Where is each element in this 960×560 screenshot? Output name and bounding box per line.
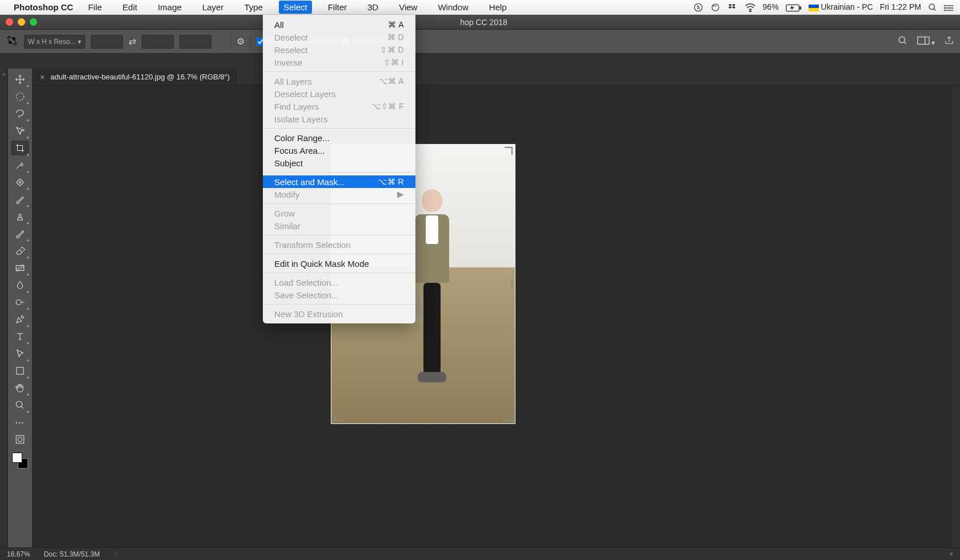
share-icon[interactable] — [944, 35, 954, 47]
svg-point-13 — [16, 300, 21, 305]
menu-deselect-layers[interactable]: Deselect Layers — [263, 87, 415, 100]
dropbox-icon[interactable] — [727, 2, 738, 12]
move-tool[interactable] — [11, 72, 29, 87]
edit-toolbar[interactable]: ⋯ — [11, 415, 29, 430]
crop-handle-tr[interactable] — [502, 147, 513, 157]
menu-all[interactable]: All⌘ A — [263, 18, 415, 31]
quick-mask-toggle[interactable] — [11, 432, 29, 447]
eraser-tool[interactable] — [11, 243, 29, 258]
crop-tool-icon[interactable] — [6, 34, 18, 49]
gradient-tool[interactable] — [11, 261, 29, 275]
blur-tool[interactable] — [11, 278, 29, 293]
brush-tool[interactable] — [11, 192, 29, 207]
menu-grow[interactable]: Grow — [263, 207, 415, 219]
panel-close-icon[interactable]: × — [949, 550, 953, 558]
menu-reselect[interactable]: Reselect⇧⌘ D — [263, 43, 415, 56]
menu-window[interactable]: Window — [433, 1, 473, 14]
menu-save-selection[interactable]: Save Selection... — [263, 289, 415, 301]
photoshop-window: hop CC 2018 W x H x Reso... ⇄ ⤫ ⚙ Delete… — [0, 15, 960, 560]
menu-deselect[interactable]: Deselect⌘ D — [263, 31, 415, 43]
window-close-button[interactable] — [6, 18, 13, 26]
separator — [230, 34, 231, 49]
options-bar: W x H x Reso... ⇄ ⤫ ⚙ Delete Cropped Pix… — [0, 30, 960, 54]
menu-filter[interactable]: Filter — [323, 1, 351, 14]
pen-tool[interactable] — [11, 312, 29, 327]
crop-width-input[interactable] — [91, 35, 123, 49]
history-brush-tool[interactable] — [11, 226, 29, 241]
marquee-tool[interactable] — [11, 89, 29, 104]
crop-handle-br[interactable] — [502, 411, 513, 421]
window-zoom-button[interactable] — [30, 18, 37, 26]
dodge-tool[interactable] — [11, 295, 29, 310]
menu-edit[interactable]: Edit — [118, 1, 142, 14]
battery-icon[interactable] — [786, 2, 802, 11]
menu-load-selection[interactable]: Load Selection... — [263, 276, 415, 289]
menu-similar[interactable]: Similar — [263, 219, 415, 232]
shape-tool[interactable] — [11, 363, 29, 378]
menu-find-layers[interactable]: Find Layers⌥⇧⌘ F — [263, 100, 415, 113]
menu-isolate-layers[interactable]: Isolate Layers — [263, 113, 415, 125]
status-menu-arrow-icon[interactable]: 〉 — [114, 549, 121, 559]
crop-height-input[interactable] — [142, 35, 174, 49]
menu-layer[interactable]: Layer — [198, 1, 229, 14]
quick-select-tool[interactable] — [11, 123, 29, 138]
crop-handle-bl[interactable] — [334, 411, 344, 421]
menu-extra-icon[interactable] — [944, 2, 954, 11]
chevron-right-icon: » — [2, 71, 6, 77]
crop-handle-r[interactable] — [511, 279, 513, 289]
menu-all-layers[interactable]: All Layers⌥⌘ A — [263, 75, 415, 87]
svg-rect-16 — [16, 435, 24, 443]
menu-new-3d-extrusion[interactable]: New 3D Extrusion — [263, 307, 415, 320]
path-select-tool[interactable] — [11, 346, 29, 361]
clone-stamp-tool[interactable] — [11, 209, 29, 224]
menu-view[interactable]: View — [394, 1, 422, 14]
menu-color-range[interactable]: Color Range... — [263, 131, 415, 144]
wifi-icon[interactable] — [745, 2, 756, 12]
menu-quick-mask[interactable]: Edit in Quick Mask Mode — [263, 257, 415, 270]
hand-tool[interactable] — [11, 381, 29, 395]
panel-collapse-gutter[interactable]: » — [0, 69, 8, 560]
skype-icon[interactable] — [693, 2, 703, 12]
canvas-viewport[interactable] — [32, 86, 952, 560]
document-tab[interactable]: × adult-attractive-beautiful-61120.jpg @… — [32, 69, 238, 85]
eyedropper-tool[interactable] — [11, 158, 29, 173]
healing-brush-tool[interactable] — [11, 175, 29, 190]
cc-icon[interactable] — [710, 2, 721, 12]
window-minimize-button[interactable] — [18, 18, 25, 26]
menu-select-and-mask[interactable]: Select and Mask...⌥⌘ R — [263, 175, 415, 188]
crop-options-gear-icon[interactable]: ⚙ — [237, 36, 245, 47]
app-name[interactable]: Photoshop CC — [14, 2, 73, 12]
menu-3d[interactable]: 3D — [363, 1, 383, 14]
crop-preset-dropdown[interactable]: W x H x Reso... — [24, 35, 85, 49]
workspace-switcher-icon[interactable]: ▾ — [917, 36, 935, 47]
menu-file[interactable]: File — [83, 1, 106, 14]
menu-inverse[interactable]: Inverse⇧⌘ I — [263, 56, 415, 69]
foreground-color-swatch[interactable] — [12, 453, 22, 463]
zoom-level[interactable]: 16.67% — [7, 550, 30, 558]
spotlight-icon[interactable] — [928, 2, 937, 12]
vertical-scrollbar[interactable] — [952, 86, 960, 560]
input-source[interactable]: Ukrainian - PC — [809, 2, 873, 11]
menu-transform-selection[interactable]: Transform Selection — [263, 238, 415, 251]
menu-select[interactable]: Select — [279, 1, 312, 14]
doc-size[interactable]: Doc: 51.3M/51.3M — [44, 550, 100, 558]
lasso-tool[interactable] — [11, 106, 29, 121]
crop-resolution-input[interactable] — [179, 35, 211, 49]
menu-modify[interactable]: Modify▶ — [263, 188, 415, 201]
type-tool[interactable] — [11, 329, 29, 344]
search-icon[interactable] — [898, 35, 908, 47]
document-area: × adult-attractive-beautiful-61120.jpg @… — [32, 69, 960, 560]
zoom-tool[interactable] — [11, 398, 29, 413]
foreground-background-swatches[interactable] — [12, 453, 28, 469]
menu-focus-area[interactable]: Focus Area... — [263, 144, 415, 157]
menu-subject[interactable]: Subject — [263, 157, 415, 169]
close-tab-icon[interactable]: × — [40, 73, 45, 82]
swap-dimensions-icon[interactable]: ⇄ — [129, 36, 136, 47]
menu-type[interactable]: Type — [239, 1, 267, 14]
menu-image[interactable]: Image — [153, 1, 186, 14]
clock[interactable]: Fri 1:22 PM — [880, 2, 921, 11]
menu-help[interactable]: Help — [485, 1, 511, 14]
crop-tool[interactable] — [11, 141, 29, 155]
ellipsis-icon: ⋯ — [15, 417, 25, 428]
crop-preset-label: W x H x Reso... — [28, 38, 75, 46]
